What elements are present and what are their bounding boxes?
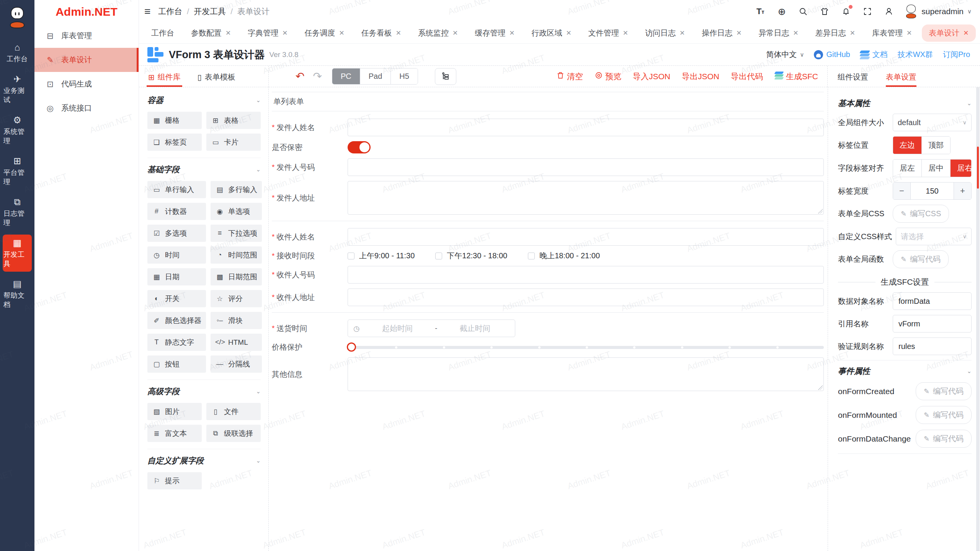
device-button-PC[interactable]: PC	[332, 68, 360, 84]
code-button-表单全局函数[interactable]: ✎编写代码	[893, 250, 949, 268]
form-field-价格保护[interactable]: 价格保护	[272, 342, 824, 352]
checkbox-option[interactable]: 上午9:00 - 11:30	[348, 251, 415, 261]
settings-scrollbar-thumb[interactable]	[977, 147, 979, 189]
close-icon[interactable]: ✕	[452, 29, 458, 37]
input-数据对象名称[interactable]: formData	[893, 292, 972, 310]
action-导出JSON[interactable]: 导出JSON	[682, 71, 719, 82]
palette-widget-时间范围[interactable]: ◔时间范围	[211, 246, 262, 264]
palette-section-header[interactable]: 基础字段⌄	[147, 164, 261, 175]
code-button-onFormDataChange[interactable]: ✎编写代码	[916, 430, 972, 448]
palette-widget-日期范围[interactable]: ▩日期范围	[211, 268, 262, 285]
palette-widget-多行输入[interactable]: ▤多行输入	[211, 181, 262, 198]
palette-widget-颜色选择器[interactable]: ✐颜色选择器	[147, 312, 206, 329]
sidebar-item-库表管理[interactable]: ⊟库表管理	[34, 24, 139, 48]
action-清空[interactable]: 清空	[556, 71, 583, 82]
form-field-收件人号码[interactable]: *收件人号码	[272, 266, 824, 284]
view-tab-任务看板[interactable]: 任务看板✕	[354, 24, 408, 42]
close-icon[interactable]: ✕	[339, 29, 345, 37]
rail-item-帮助文档[interactable]: ▤帮助文档	[3, 276, 32, 313]
checkbox-option[interactable]: 下午12:30 - 18:00	[435, 251, 507, 261]
view-tab-表单设计[interactable]: 表单设计✕	[922, 24, 975, 42]
palette-widget-图片[interactable]: ▧图片	[147, 403, 202, 420]
language-select[interactable]: 简体中文∨	[766, 49, 804, 60]
view-tab-系统监控[interactable]: 系统监控✕	[411, 24, 465, 42]
sidebar-item-代码生成[interactable]: ⊡代码生成	[34, 72, 139, 96]
textarea-input[interactable]	[348, 357, 824, 391]
fullscreen-icon[interactable]	[862, 6, 873, 17]
palette-widget-提示[interactable]: ⚐提示	[147, 472, 202, 489]
close-icon[interactable]: ✕	[850, 29, 855, 37]
slider-handle[interactable]	[347, 342, 356, 352]
palette-widget-栅格[interactable]: ▦栅格	[147, 112, 202, 129]
github-link[interactable]: GitHub	[814, 50, 850, 59]
sidebar-item-系统接口[interactable]: ◎系统接口	[34, 96, 139, 120]
theme-icon[interactable]	[819, 6, 830, 17]
view-tab-库表管理[interactable]: 库表管理✕	[865, 24, 919, 42]
tab-form-settings[interactable]: 表单设置	[886, 72, 916, 87]
form-field-收件人姓名[interactable]: *收件人姓名	[272, 228, 824, 246]
palette-widget-静态文字[interactable]: T静态文字	[147, 334, 206, 351]
breadcrumb-item[interactable]: 开发工具	[194, 6, 226, 17]
undo-button[interactable]: ↶	[296, 70, 304, 83]
palette-widget-开关[interactable]: ◐开关	[147, 290, 206, 307]
palette-widget-标签页[interactable]: ❑标签页	[147, 134, 202, 151]
action-导入JSON[interactable]: 导入JSON	[633, 71, 670, 82]
palette-widget-富文本[interactable]: ≣富文本	[147, 425, 202, 442]
select-全局组件大小[interactable]: default∨	[893, 114, 972, 131]
segment-button-居左[interactable]: 居左	[893, 160, 922, 177]
form-title-widget[interactable]: 单列表单	[272, 92, 824, 111]
palette-widget-级联选择[interactable]: ⧉级联选择	[206, 425, 261, 442]
checkbox-option[interactable]: 晚上18:00 - 21:00	[528, 251, 600, 261]
rail-item-日志管理[interactable]: ⧉日志管理	[3, 194, 32, 231]
palette-widget-时间[interactable]: ◷时间	[147, 246, 206, 264]
wx-group-link[interactable]: 技术WX群	[898, 49, 933, 60]
close-icon[interactable]: ✕	[736, 29, 742, 37]
close-icon[interactable]: ✕	[509, 29, 514, 37]
form-field-是否保密[interactable]: 是否保密	[272, 141, 824, 153]
close-icon[interactable]: ✕	[282, 29, 287, 37]
palette-widget-表格[interactable]: ⊞表格	[206, 112, 261, 129]
settings-section-header[interactable]: 事件属性⌄	[838, 366, 972, 377]
tab-form-template[interactable]: ▯ 表单模板	[198, 72, 235, 87]
device-button-H5[interactable]: H5	[391, 68, 418, 84]
code-button-onFormCreated[interactable]: ✎编写代码	[916, 382, 972, 400]
collapse-menu-icon[interactable]: ≡	[144, 5, 150, 18]
language-icon[interactable]: ⊕	[776, 6, 787, 17]
tab-widget-settings[interactable]: 组件设置	[838, 72, 868, 87]
action-生成SFC[interactable]: 生成SFC	[774, 71, 818, 82]
palette-section-header[interactable]: 高级字段⌄	[147, 386, 261, 397]
palette-widget-多选项[interactable]: ☑多选项	[147, 225, 206, 242]
close-icon[interactable]: ✕	[225, 29, 231, 37]
form-field-送货时间[interactable]: *送货时间◷起始时间-截止时间	[272, 320, 824, 337]
code-button-onFormMounted[interactable]: ✎编写代码	[916, 406, 972, 424]
view-tab-异常日志[interactable]: 异常日志✕	[752, 24, 805, 42]
price-slider[interactable]	[348, 346, 824, 349]
outline-tree-button[interactable]	[435, 68, 456, 85]
view-tab-行政区域[interactable]: 行政区域✕	[525, 24, 578, 42]
text-input[interactable]	[348, 228, 824, 246]
palette-widget-分隔线[interactable]: —分隔线	[211, 355, 262, 373]
palette-widget-HTML[interactable]: </>HTML	[211, 334, 262, 351]
view-tab-参数配置[interactable]: 参数配置✕	[184, 24, 238, 42]
text-input[interactable]	[348, 289, 824, 306]
action-预览[interactable]: 预览	[595, 71, 621, 82]
stepper-decrease-button[interactable]: −	[893, 183, 911, 199]
breadcrumb-item[interactable]: 工作台	[158, 6, 182, 17]
switch-toggle-on[interactable]	[348, 141, 371, 153]
font-size-icon[interactable]: Tт	[755, 6, 766, 17]
rail-item-系统管理[interactable]: ⚙系统管理	[3, 112, 32, 149]
rail-item-开发工具[interactable]: ▦开发工具	[3, 235, 32, 272]
palette-widget-文件[interactable]: ▯文件	[206, 403, 261, 420]
palette-section-header[interactable]: 自定义扩展字段⌄	[147, 455, 261, 466]
view-tab-任务调度[interactable]: 任务调度✕	[298, 24, 351, 42]
docs-link[interactable]: 文档	[860, 49, 888, 60]
sidebar-item-表单设计[interactable]: ✎表单设计	[34, 48, 139, 72]
time-range-picker[interactable]: ◷起始时间-截止时间	[348, 320, 515, 337]
search-icon[interactable]	[797, 6, 809, 17]
palette-widget-评分[interactable]: ☆评分	[211, 290, 262, 307]
textarea-input[interactable]	[348, 181, 824, 215]
segment-button-居右[interactable]: 居右	[951, 160, 972, 177]
form-field-发件人地址[interactable]: *发件人地址	[272, 181, 824, 215]
view-tab-工作台[interactable]: 工作台	[144, 24, 181, 42]
form-canvas[interactable]: 单列表单 *发件人姓名是否保密*发件人号码*发件人地址*收件人姓名*接收时间段上…	[269, 87, 828, 551]
